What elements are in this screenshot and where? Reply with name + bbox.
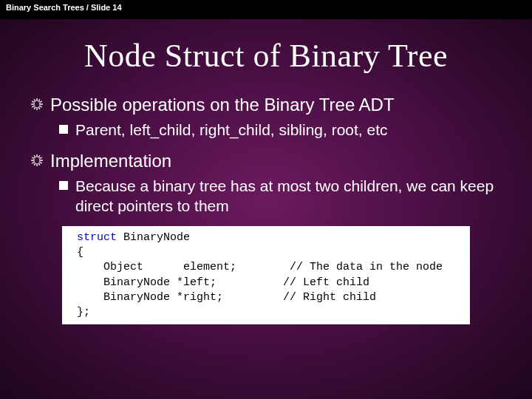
bullet-item: Implementation xyxy=(30,150,502,172)
star-icon xyxy=(30,153,44,168)
bullet-item: Possible operations on the Binary Tree A… xyxy=(30,94,502,116)
code-comment: // The data in the node xyxy=(236,261,443,273)
code-text: BinaryNode *left; xyxy=(77,276,216,289)
code-comment: // Left child xyxy=(216,276,369,289)
square-icon xyxy=(59,125,68,134)
sub-bullet-item: Parent, left_child, right_child, sibling… xyxy=(59,120,502,140)
code-comment: // Right child xyxy=(223,291,376,304)
sub-bullet-text: Parent, left_child, right_child, sibling… xyxy=(75,120,388,140)
bullet-text: Possible operations on the Binary Tree A… xyxy=(50,94,395,116)
slide: Binary Search Trees / Slide 14 Node Stru… xyxy=(0,0,532,399)
code-text: Object element; xyxy=(77,261,236,273)
code-text: BinaryNode *right; xyxy=(77,291,223,304)
square-icon xyxy=(59,181,68,190)
code-text: }; xyxy=(77,306,90,318)
sub-bullet-text: Because a binary tree has at most two ch… xyxy=(75,177,502,216)
slide-title: Node Struct of Binary Tree xyxy=(0,37,532,75)
code-keyword: struct xyxy=(77,231,117,244)
sub-bullet-item: Because a binary tree has at most two ch… xyxy=(59,177,502,216)
header-text: Binary Search Trees / Slide 14 xyxy=(6,3,122,12)
star-icon xyxy=(30,97,44,112)
code-text: BinaryNode xyxy=(117,231,190,244)
slide-header: Binary Search Trees / Slide 14 xyxy=(0,0,532,19)
code-text: { xyxy=(77,246,83,259)
slide-content: Possible operations on the Binary Tree A… xyxy=(30,94,502,324)
bullet-text: Implementation xyxy=(50,150,171,172)
code-snippet: struct BinaryNode { Object element; // T… xyxy=(62,226,470,325)
